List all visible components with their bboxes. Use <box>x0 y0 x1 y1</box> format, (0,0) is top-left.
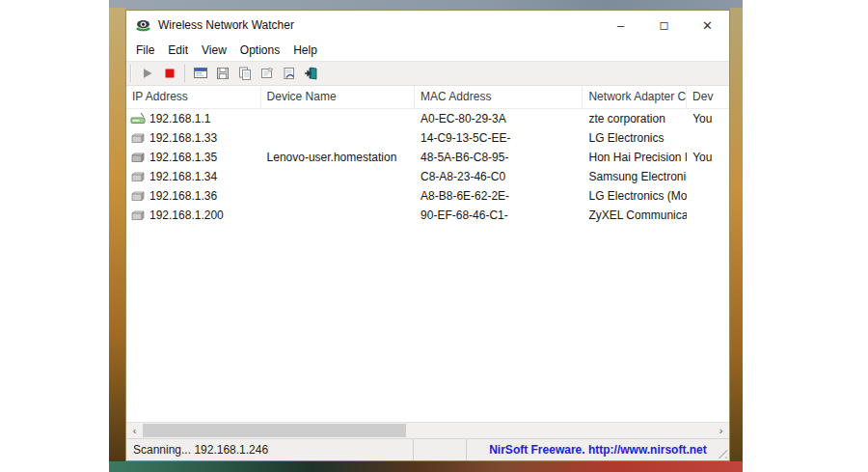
table-row[interactable]: 192.168.1.200 90-EF-68-46-C1- ZyXEL Comm… <box>126 206 729 225</box>
minimize-button[interactable]: – <box>599 11 642 40</box>
ip-address: 192.168.1.33 <box>149 131 217 145</box>
scan-status: Scanning... 192.168.1.246 <box>126 439 414 460</box>
menu-edit[interactable]: Edit <box>161 42 195 59</box>
maximize-button[interactable]: ◻ <box>642 11 686 40</box>
play-icon <box>140 66 155 81</box>
list-rows: 192.168.1.1 A0-EC-80-29-3A zte corporati… <box>126 109 729 225</box>
adapter-company: Samsung Electronics Co... <box>583 170 687 183</box>
ip-address: 192.168.1.35 <box>149 151 217 164</box>
device-icon <box>130 170 146 183</box>
adapter-company: LG Electronics (Mobile C... <box>583 189 687 203</box>
device-icon <box>130 151 146 164</box>
save-button[interactable] <box>211 63 233 84</box>
ip-address: 192.168.1.36 <box>149 189 217 203</box>
mac-address: 48-5A-B6-C8-95- <box>415 151 583 164</box>
column-header-mac[interactable]: MAC Address <box>415 86 583 108</box>
device-icon <box>130 189 146 203</box>
mac-address: A8-B8-6E-62-2E- <box>415 189 583 203</box>
toolbar-grip[interactable] <box>130 65 132 82</box>
stop-scan-button[interactable] <box>158 63 180 84</box>
ip-address: 192.168.1.200 <box>149 208 224 222</box>
adapter-company: LG Electronics <box>583 131 687 145</box>
title-bar[interactable]: Wireless Network Watcher – ◻ ✕ <box>126 11 729 40</box>
list-header: IP Address Device Name MAC Address Netwo… <box>126 86 729 109</box>
copy-button[interactable] <box>233 63 256 84</box>
html-report-button[interactable] <box>278 63 300 84</box>
nirsoft-branding-link[interactable]: NirSoft Freeware. http://www.nirsoft.net <box>467 443 729 457</box>
exit-button[interactable] <box>300 63 322 84</box>
options-window-icon <box>193 66 208 81</box>
properties-button[interactable] <box>256 63 278 84</box>
menu-bar: File Edit View Options Help <box>126 40 729 61</box>
scroll-right-arrow-icon[interactable]: › <box>713 423 729 438</box>
save-icon <box>215 66 231 81</box>
app-window: Wireless Network Watcher – ◻ ✕ File Edit… <box>125 10 730 461</box>
router-icon <box>130 112 146 125</box>
status-spacer <box>414 439 467 460</box>
adapter-company: zte corporation <box>583 112 687 125</box>
scroll-left-arrow-icon[interactable]: ‹ <box>126 423 143 438</box>
column-header-devinfo[interactable]: Dev <box>687 86 729 108</box>
close-button[interactable]: ✕ <box>686 11 729 40</box>
exit-door-icon <box>304 66 319 81</box>
status-bar: Scanning... 192.168.1.246 NirSoft Freewa… <box>126 438 729 460</box>
table-row[interactable]: 192.168.1.34 C8-A8-23-46-C0 Samsung Elec… <box>126 167 729 186</box>
device-info: You <box>687 151 729 164</box>
device-icon <box>130 208 146 222</box>
ip-address: 192.168.1.1 <box>149 112 210 125</box>
mac-address: 14-C9-13-5C-EE- <box>415 131 583 145</box>
window-title: Wireless Network Watcher <box>158 18 294 32</box>
device-list: IP Address Device Name MAC Address Netwo… <box>126 86 729 422</box>
stop-icon <box>162 66 177 81</box>
table-row[interactable]: 192.168.1.36 A8-B8-6E-62-2E- LG Electron… <box>126 186 729 206</box>
adapter-company: ZyXEL Communications... <box>583 208 687 222</box>
menu-file[interactable]: File <box>129 42 161 59</box>
start-scan-button[interactable] <box>136 63 158 84</box>
menu-view[interactable]: View <box>195 42 233 59</box>
adapter-company: Hon Hai Precision Ind. C... <box>583 151 687 164</box>
ip-address: 192.168.1.34 <box>149 170 217 183</box>
mac-address: C8-A8-23-46-C0 <box>415 170 583 183</box>
report-icon <box>282 66 297 81</box>
device-info: You <box>687 112 729 125</box>
mac-address: A0-EC-80-29-3A <box>415 112 583 125</box>
table-row[interactable]: 192.168.1.33 14-C9-13-5C-EE- LG Electron… <box>126 128 729 148</box>
menu-options[interactable]: Options <box>233 42 286 59</box>
column-header-device[interactable]: Device Name <box>261 86 415 108</box>
table-row[interactable]: 192.168.1.1 A0-EC-80-29-3A zte corporati… <box>126 109 729 128</box>
toolbar-separator <box>184 65 185 82</box>
device-icon <box>130 131 146 145</box>
display-options-button[interactable] <box>189 63 211 84</box>
mac-address: 90-EF-68-46-C1- <box>415 208 583 222</box>
desktop: Wireless Network Watcher – ◻ ✕ File Edit… <box>0 0 868 472</box>
table-row[interactable]: 192.168.1.35 Lenovo-user.homestation 48-… <box>126 148 729 167</box>
toolbar <box>126 61 729 86</box>
scrollbar-thumb[interactable] <box>143 424 406 437</box>
menu-help[interactable]: Help <box>286 42 324 59</box>
list-empty-area <box>126 225 729 422</box>
column-header-adapter[interactable]: Network Adapter Comp... <box>583 86 687 108</box>
column-header-ip[interactable]: IP Address <box>126 86 261 108</box>
horizontal-scrollbar[interactable]: ‹ › <box>126 422 729 438</box>
copy-icon <box>237 66 253 81</box>
app-icon <box>135 17 151 34</box>
properties-icon <box>259 66 275 81</box>
device-name: Lenovo-user.homestation <box>261 151 415 164</box>
